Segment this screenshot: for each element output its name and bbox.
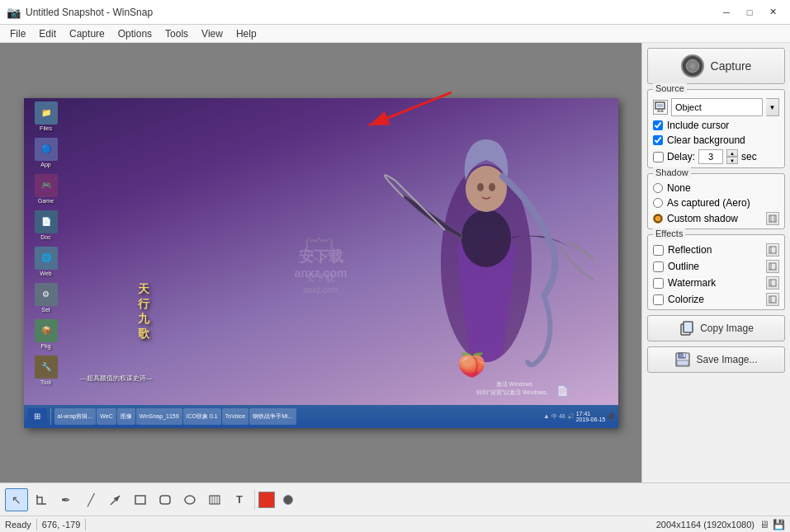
status-divider-2 — [85, 519, 86, 530]
capture-button[interactable]: Capture — [647, 48, 785, 84]
character-illustration — [379, 98, 594, 412]
tool-rect-button[interactable] — [129, 488, 152, 511]
tool-pen-button[interactable]: ✒ — [54, 488, 78, 511]
delay-input[interactable] — [698, 149, 723, 164]
effects-label: Effects — [653, 228, 685, 238]
main-area: 📁Files 🔵App 🎮Game 📄Doc 🌐Web ⚙Set 📦Pkg 🔧T… — [0, 43, 790, 483]
delay-checkbox[interactable] — [653, 152, 664, 162]
svg-line-31 — [111, 496, 120, 505]
tool-line-button[interactable]: ╱ — [79, 488, 102, 511]
capture-label: Capture — [711, 59, 752, 73]
toolbar-separator — [254, 490, 255, 510]
include-cursor-checkbox[interactable] — [653, 120, 663, 130]
tool-select-button[interactable]: ↖ — [5, 488, 28, 511]
shadow-settings-button[interactable] — [766, 212, 779, 225]
outline-label: Outline — [668, 261, 699, 272]
watermark-settings-button[interactable] — [766, 276, 779, 290]
svg-rect-12 — [769, 215, 776, 222]
svg-rect-8 — [657, 104, 663, 107]
svg-point-4 — [466, 166, 507, 212]
copy-icon — [679, 320, 695, 337]
colorize-label: Colorize — [668, 294, 704, 305]
svg-rect-28 — [684, 353, 685, 357]
copy-image-label: Copy Image — [700, 322, 754, 334]
clear-background-checkbox[interactable] — [653, 135, 663, 145]
svg-point-5 — [477, 183, 484, 191]
window-title: Untitled Snapshot - WinSnap — [26, 7, 153, 18]
dropdown-arrow-icon[interactable]: ▼ — [766, 98, 779, 116]
menu-options[interactable]: Options — [111, 26, 158, 41]
source-dropdown[interactable]: Object Window Desktop Region — [671, 98, 763, 116]
title-bar: 📷 Untitled Snapshot - WinSnap ─ □ ✕ — [0, 0, 790, 25]
tool-ellipse-button[interactable] — [178, 488, 201, 511]
svg-rect-33 — [160, 496, 170, 504]
svg-rect-29 — [677, 360, 688, 365]
capture-icon — [681, 54, 704, 78]
shadow-custom-label: Custom shadow — [667, 213, 738, 224]
copy-image-button[interactable]: Copy Image — [647, 315, 785, 341]
tool-arrow-button[interactable] — [104, 488, 127, 511]
save-image-button[interactable]: Save Image... — [647, 346, 785, 373]
game-subtitle: —超高颜值的权谋史诗— — [80, 374, 153, 383]
dot-size-button[interactable] — [283, 495, 293, 505]
shadow-label: Shadow — [653, 167, 691, 177]
app-icon: 📷 — [7, 6, 21, 19]
delay-label: Delay: — [667, 151, 695, 162]
delay-spin-down[interactable]: ▼ — [726, 157, 738, 164]
screenshot-taskbar: ⊞ al-wrap剪辑... WeC 图像 WinSnap_1159 ICO联象… — [24, 405, 618, 428]
right-panel: Capture Source Object Window — [641, 43, 790, 483]
delay-spin-up[interactable]: ▲ — [726, 149, 738, 157]
watermark-checkbox[interactable] — [653, 278, 664, 289]
colorize-settings-button[interactable] — [766, 293, 779, 306]
annotation-arrow — [352, 88, 452, 140]
reflection-checkbox[interactable] — [653, 245, 664, 256]
reflection-label: Reflection — [668, 244, 712, 256]
svg-line-1 — [369, 92, 452, 125]
reflection-settings-button[interactable] — [766, 243, 779, 257]
svg-point-6 — [489, 183, 495, 191]
watermark-label: Watermark — [668, 277, 716, 289]
status-bar: Ready 676, -179 2004x1164 (1920x1080) 🖥 … — [0, 516, 790, 532]
menu-help[interactable]: Help — [229, 26, 263, 41]
tool-crop-button[interactable] — [30, 488, 53, 511]
status-icon-1: 🖥 — [759, 519, 769, 530]
outline-checkbox[interactable] — [653, 261, 664, 272]
tool-hatch-button[interactable] — [203, 488, 226, 511]
status-coordinates: 676, -179 — [42, 520, 80, 530]
tool-rounded-rect-button[interactable] — [154, 488, 177, 511]
color-swatch[interactable] — [258, 492, 275, 508]
shadow-none-radio[interactable] — [653, 183, 663, 193]
game-title: 天行九歌 — [138, 282, 153, 341]
status-ready: Ready — [5, 520, 31, 530]
shadow-none-label: None — [667, 182, 691, 194]
maximize-button[interactable]: □ — [739, 4, 760, 21]
minimize-button[interactable]: ─ — [716, 4, 737, 21]
save-icon — [674, 351, 691, 368]
menu-capture[interactable]: Capture — [63, 26, 111, 41]
svg-rect-24 — [684, 322, 693, 332]
save-image-label: Save Image... — [696, 354, 757, 365]
clear-background-label: Clear background — [667, 134, 745, 146]
close-button[interactable]: ✕ — [762, 4, 783, 21]
screenshot-image: 📁Files 🔵App 🎮Game 📄Doc 🌐Web ⚙Set 📦Pkg 🔧T… — [24, 98, 618, 428]
source-label: Source — [653, 83, 687, 93]
effects-section: Effects Reflection Outline — [647, 234, 785, 310]
svg-rect-21 — [769, 296, 776, 303]
shadow-custom-radio[interactable] — [653, 214, 663, 224]
colorize-checkbox[interactable] — [653, 294, 664, 305]
shadow-aero-label: As captured (Aero) — [667, 197, 750, 209]
menu-edit[interactable]: Edit — [32, 26, 63, 41]
shadow-aero-radio[interactable] — [653, 198, 663, 208]
canvas-area: 📁Files 🔵App 🎮Game 📄Doc 🌐Web ⚙Set 📦Pkg 🔧T… — [0, 43, 641, 483]
menu-file[interactable]: File — [3, 26, 32, 41]
svg-point-34 — [185, 496, 195, 504]
status-icon-2: 💾 — [773, 519, 785, 530]
status-icons: 🖥 💾 — [759, 519, 785, 530]
menu-view[interactable]: View — [195, 26, 229, 41]
shadow-section: Shadow None As captured (Aero) Custom sh… — [647, 173, 785, 229]
outline-settings-button[interactable] — [766, 260, 779, 273]
svg-rect-17 — [769, 263, 776, 270]
bottom-toolbar: ↖ ✒ ╱ — [0, 483, 790, 516]
menu-tools[interactable]: Tools — [158, 26, 195, 41]
tool-text-button[interactable]: T — [228, 488, 251, 511]
